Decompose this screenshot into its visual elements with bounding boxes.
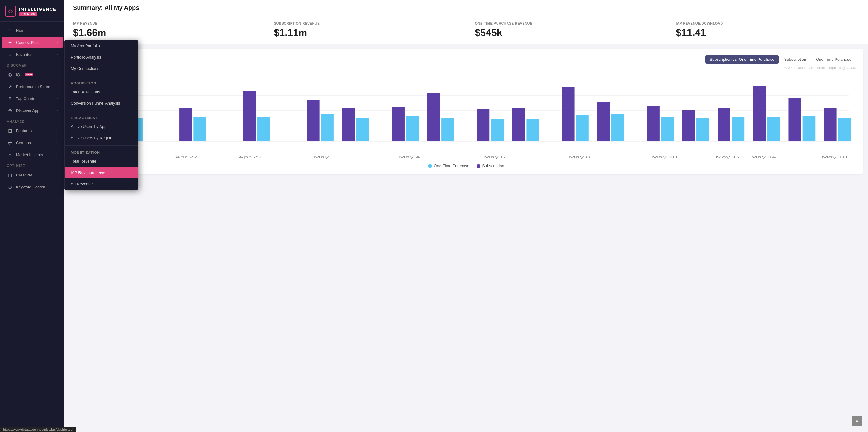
svg-text:May 4: May 4 <box>399 155 420 159</box>
dropdown-conversion-funnel[interactable]: Conversion Funnel Analysis <box>65 97 137 109</box>
sidebar-item-performance-score[interactable]: ↗ Performance Score <box>2 81 63 92</box>
market-insights-icon: ✧ <box>7 151 13 158</box>
connectplus-icon: ✦ <box>7 39 13 46</box>
sidebar-item-keyword-search[interactable]: ⊙ Keyword Search <box>2 181 63 193</box>
dropdown-total-revenue[interactable]: Total Revenue <box>65 155 137 167</box>
svg-text:May 8: May 8 <box>569 155 590 159</box>
svg-rect-27 <box>647 106 659 141</box>
tab-subscription[interactable]: Subscription <box>780 55 811 63</box>
brand-badge: PREMIUM <box>19 12 37 16</box>
svg-rect-7 <box>179 108 192 141</box>
svg-text:May 18: May 18 <box>822 155 847 159</box>
sidebar-item-creatives[interactable]: ◻ Creatives <box>2 169 63 181</box>
tab-one-time-purchase[interactable]: One-Time Purchase <box>812 55 856 63</box>
svg-rect-30 <box>696 118 709 141</box>
svg-text:May 6: May 6 <box>484 155 505 159</box>
dropdown-active-users-app[interactable]: Active Users by App <box>65 121 137 132</box>
metric-sub-value: $1.11m <box>274 27 458 38</box>
dropdown-menu: My App Portfolio Portfolio Analysis My C… <box>64 40 138 190</box>
top-charts-icon: ≡ <box>7 95 13 102</box>
svg-rect-11 <box>307 100 320 141</box>
chart-controls: Subscription vs. One-Time Purchase Subsc… <box>705 55 856 70</box>
sidebar-item-favorites[interactable]: ☆ Favorites › <box>2 49 63 60</box>
home-icon: ⌂ <box>7 27 13 33</box>
svg-rect-17 <box>427 93 440 141</box>
chart-section: My Apps Subscription vs. One-Time Purcha… <box>69 49 863 174</box>
sidebar-item-top-charts[interactable]: ≡ Top Charts › <box>2 93 63 104</box>
chart-copyright: © 2022 data.ai ConnectPlus | dgalante@da… <box>784 66 856 70</box>
metric-otp-label: ONE-TIME PURCHASE REVENUE <box>475 22 659 25</box>
sidebar-item-iq[interactable]: ◎ IQ New › <box>2 69 63 80</box>
logo-text-block: INTELLIGENCE PREMIUM <box>19 6 56 16</box>
legend-otp: One-Time Purchase <box>428 164 469 168</box>
scroll-to-top-button[interactable]: ▲ <box>852 416 862 426</box>
sidebar-item-home[interactable]: ⌂ Home <box>2 25 63 36</box>
metric-iapd-label: IAP REVENUE/DOWNLOAD <box>676 22 860 25</box>
discover-section-label: Discover <box>0 60 64 68</box>
iq-new-badge: New <box>25 73 33 77</box>
iap-new-badge: New <box>97 171 106 175</box>
discover-apps-icon: ⊕ <box>7 107 13 114</box>
dropdown-iap-revenue[interactable]: IAP Revenue New <box>65 167 137 178</box>
sidebar-item-market-insights[interactable]: ✧ Market Insights › <box>2 149 63 161</box>
dropdown-my-connections[interactable]: My Connections <box>65 63 137 74</box>
sidebar-keyword-search-label: Keyword Search <box>16 185 45 189</box>
dropdown-total-downloads[interactable]: Total Downloads <box>65 86 137 97</box>
dropdown-divider-3 <box>65 145 137 146</box>
dropdown-active-users-region[interactable]: Active Users by Region <box>65 132 137 144</box>
bar-chart-svg: Apr 25 Apr 27 Apr 29 May 1 May 4 May 6 M… <box>76 74 856 160</box>
dropdown-divider-1 <box>65 76 137 77</box>
sidebar-item-connectplus[interactable]: ✦ ConnectPlus › <box>2 36 63 48</box>
metric-card-otp: ONE-TIME PURCHASE REVENUE $545k <box>466 16 668 44</box>
main-content: Summary: All My Apps IAP REVENUE $1.66m … <box>64 0 868 432</box>
sidebar-item-discover-apps[interactable]: ⊕ Discover Apps › <box>2 105 63 116</box>
sidebar-connectplus-label: ConnectPlus <box>16 40 39 45</box>
sidebar-performance-label: Performance Score <box>16 84 50 89</box>
dropdown-ad-revenue[interactable]: Ad Revenue <box>65 178 137 190</box>
sidebar-logo: ◇ INTELLIGENCE PREMIUM <box>0 0 64 22</box>
svg-rect-13 <box>342 108 355 141</box>
compare-icon: ⇄ <box>7 140 13 146</box>
features-chevron: › <box>56 129 58 133</box>
chart-legend: One-Time Purchase Subscription <box>76 164 856 168</box>
connectplus-chevron: › <box>56 40 58 44</box>
performance-icon: ↗ <box>7 83 13 90</box>
dropdown-monetization-label: Monetization <box>65 148 137 155</box>
chart-tabs: Subscription vs. One-Time Purchase Subsc… <box>705 55 856 63</box>
creatives-icon: ◻ <box>7 172 13 178</box>
svg-rect-9 <box>243 91 256 141</box>
sidebar-item-features[interactable]: ⊞ Features › <box>2 125 63 137</box>
metric-iap-label: IAP REVENUE <box>73 22 256 25</box>
legend-sub-dot <box>476 164 480 168</box>
sidebar-item-compare[interactable]: ⇄ Compare › <box>2 137 63 148</box>
svg-rect-26 <box>612 114 624 141</box>
favorites-chevron: › <box>56 53 58 56</box>
metric-card-subscription: SUBSCRIPTION REVENUE $1.11m <box>266 16 466 44</box>
svg-rect-12 <box>321 114 334 141</box>
keyword-search-icon: ⊙ <box>7 184 13 190</box>
svg-rect-16 <box>406 116 419 141</box>
svg-text:Apr 27: Apr 27 <box>175 155 198 159</box>
top-charts-chevron: › <box>56 97 58 100</box>
sidebar-features-label: Features <box>16 128 32 133</box>
market-insights-chevron: › <box>56 153 58 156</box>
discover-apps-chevron: › <box>56 109 58 112</box>
dropdown-portfolio-analysis[interactable]: Portfolio Analysis <box>65 52 137 63</box>
svg-rect-24 <box>576 115 589 141</box>
sidebar: ◇ INTELLIGENCE PREMIUM ⌂ Home ✦ ConnectP… <box>0 0 64 432</box>
svg-rect-19 <box>477 109 490 141</box>
legend-sub-label: Subscription <box>482 164 504 168</box>
svg-rect-28 <box>661 117 674 141</box>
dropdown-my-app-portfolio[interactable]: My App Portfolio <box>65 40 137 52</box>
metric-sub-label: SUBSCRIPTION REVENUE <box>274 22 458 25</box>
svg-text:May 1: May 1 <box>314 155 335 159</box>
tab-subscription-vs-otp[interactable]: Subscription vs. One-Time Purchase <box>705 55 778 63</box>
svg-text:May 12: May 12 <box>715 155 741 159</box>
metric-otp-value: $545k <box>475 27 659 38</box>
svg-rect-25 <box>597 102 610 141</box>
svg-rect-15 <box>392 107 405 141</box>
favorites-icon: ☆ <box>7 51 13 57</box>
svg-rect-32 <box>732 117 745 141</box>
svg-rect-14 <box>356 117 369 141</box>
dropdown-divider-2 <box>65 111 137 111</box>
